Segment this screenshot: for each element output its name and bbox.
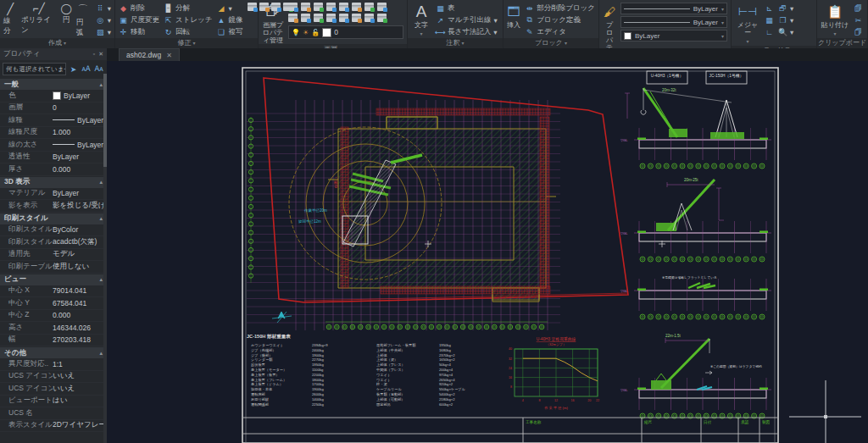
property-row[interactable]: 印刷スタイル ..acadctb(欠落) — [0, 236, 107, 249]
property-row[interactable]: ビューポートに..はい — [0, 396, 107, 408]
property-row[interactable]: 影を表示影を投じる/受ける — [0, 200, 107, 213]
find-tool[interactable]: 🔍▾ — [778, 26, 793, 37]
property-row[interactable]: 適用先モデル — [0, 249, 107, 262]
property-row[interactable]: 線種ByLayer — [0, 114, 107, 127]
quick-select-icon[interactable]: 🗚 — [81, 64, 92, 75]
property-value[interactable]: 79014.041 — [53, 286, 107, 295]
group-tool[interactable]: ❐▾ — [778, 14, 793, 25]
hatch-tool[interactable]: ▨▾ — [96, 26, 111, 37]
paste-button[interactable]: 📋 貼り付け▾ — [821, 3, 849, 38]
selection-dropdown[interactable]: 何も選択されていませ... — [3, 63, 66, 75]
palette-section-header[interactable]: その他▴ — [0, 346, 107, 358]
copy-tool[interactable]: ❏複写 — [217, 26, 243, 37]
property-row[interactable]: 厚さ0.000 — [0, 163, 107, 176]
multileader-tool[interactable]: ↗マルチ引出線 ▾ — [436, 14, 498, 25]
property-value[interactable]: ByLayer — [53, 141, 107, 149]
property-value[interactable]: 146344.026 — [53, 324, 107, 332]
table-tool[interactable]: ▦表 — [436, 3, 498, 14]
copy-clip-tool[interactable]: 🗐 — [854, 3, 863, 14]
modify-grid-icon[interactable] — [259, 3, 269, 11]
panel-label-annotate[interactable]: 注釈 ▾ — [408, 38, 503, 48]
scale-tool[interactable]: ▣尺度変更 — [119, 14, 159, 25]
palette-section-header[interactable]: ビュー▴ — [0, 274, 107, 285]
tab-close-icon[interactable]: ✕ — [166, 52, 172, 59]
property-value[interactable]: 影を投じる/受ける — [53, 201, 107, 211]
layer-state-icon[interactable] — [364, 3, 374, 11]
palette-section-header[interactable]: 印刷スタイル▴ — [0, 213, 107, 224]
lineweight-dropdown[interactable]: ByLayer▾ — [620, 3, 727, 14]
property-row[interactable]: 異尺度対応..1:1 — [0, 358, 107, 371]
mirror-tool[interactable]: ▲鏡像 — [217, 14, 243, 25]
panel-label-modify[interactable]: 修正 ▾ — [115, 38, 258, 48]
document-tab[interactable]: ash02.dwg ✕ — [119, 48, 180, 61]
polyline-tool[interactable]: ⌐╱ポリライン — [21, 3, 56, 36]
angle-tool[interactable]: ∟ — [765, 26, 774, 37]
insert-button[interactable]: 🗔 挿入 — [507, 3, 520, 29]
property-row[interactable]: マテリアルByLayer — [0, 188, 107, 201]
property-row[interactable]: 線種尺度1.000 — [0, 127, 107, 140]
property-value[interactable]: ByColor — [53, 225, 107, 234]
property-value[interactable]: はい — [53, 396, 107, 406]
arc-tool[interactable]: ⌒円弧 — [76, 3, 90, 38]
property-row[interactable]: UCS 名 — [0, 407, 107, 420]
select-objects-icon[interactable]: ➤ — [68, 64, 79, 75]
property-value[interactable]: 1:1 — [53, 360, 107, 368]
fillet-tool[interactable]: ◢▾ — [217, 3, 243, 14]
measure-button[interactable]: ⊢⊣ メジャー▾ — [735, 3, 760, 46]
property-row[interactable]: 透過性ByLayer — [0, 152, 107, 164]
layer-state-icon[interactable] — [377, 3, 387, 11]
property-value[interactable]: 67584.041 — [53, 299, 107, 307]
stretch-tool[interactable]: ⇱ストレッチ — [164, 14, 213, 25]
property-value[interactable]: モデル — [53, 249, 107, 259]
layer-state-icon[interactable] — [339, 14, 348, 22]
property-row[interactable]: 中心 X79014.041 — [0, 285, 107, 298]
modify-grid-icon[interactable] — [271, 3, 281, 11]
layer-state-icon[interactable] — [288, 3, 298, 11]
property-value[interactable]: acadctb(欠落) — [53, 237, 107, 247]
circle-tool[interactable]: ◯円 — [60, 3, 71, 25]
property-row[interactable]: 印刷スタイルByColor — [0, 224, 107, 237]
move-tool[interactable]: ✛移動 — [119, 26, 159, 37]
layer-dropdown[interactable]: 💡 ☀ 🔓 0 — [288, 25, 403, 39]
layer-state-icon[interactable] — [364, 14, 374, 22]
layer-state-icon[interactable] — [352, 14, 361, 22]
property-value[interactable]: いいえ — [53, 371, 107, 381]
layer-state-icon[interactable] — [326, 14, 336, 22]
layer-state-icon[interactable] — [288, 14, 298, 22]
property-row[interactable]: 色ByLayer — [0, 90, 107, 102]
rectangle-array-tool[interactable]: ⠿▾ — [96, 3, 111, 14]
text-button[interactable]: A 文字▾ — [411, 3, 431, 38]
erase-tool[interactable]: ◆削除 — [119, 3, 159, 14]
linetype-dropdown[interactable]: ByLayer▾ — [620, 16, 727, 28]
property-value[interactable]: ByLayer — [53, 116, 107, 125]
property-value[interactable]: 0.000 — [53, 311, 107, 319]
property-row[interactable]: 線の太さByLayer — [0, 139, 107, 152]
property-row[interactable]: 印刷テーブル..使用しない — [0, 261, 107, 274]
block-define-tool[interactable]: ⧉ブロック定義 — [525, 14, 595, 25]
property-value[interactable]: 0 — [53, 103, 107, 112]
drawing-canvas[interactable]: 仮囲い 作業半径20m 旋回半径12m U-40H3（1号機） — [107, 61, 868, 443]
property-row[interactable]: UCS アイコン..いいえ — [0, 383, 107, 396]
quickselect-tool[interactable]: 🗗▾ — [778, 3, 793, 14]
palette-section-header[interactable]: 3D 表示▴ — [0, 176, 107, 188]
property-value[interactable]: ByLayer — [53, 152, 107, 161]
property-row[interactable]: 幅270203.418 — [0, 335, 107, 347]
layer-state-icon[interactable] — [314, 14, 323, 22]
property-value[interactable]: いいえ — [53, 384, 107, 394]
layer-state-icon[interactable] — [301, 3, 310, 11]
cut-clip-tool[interactable]: ✂ — [854, 14, 863, 25]
palette-section-header[interactable]: 一般▴ — [0, 78, 107, 90]
property-row[interactable]: 表示スタイル2Dワイヤフレーム — [0, 420, 107, 433]
explode-tool[interactable]: 🁢分解 — [164, 3, 213, 14]
line-tool[interactable]: ╱線分 — [3, 3, 17, 36]
layer-state-icon[interactable] — [339, 3, 348, 11]
rotate-tool[interactable]: ↻回転 — [164, 26, 213, 37]
property-value[interactable]: 0.000 — [53, 165, 107, 174]
layer-state-icon[interactable] — [326, 3, 336, 11]
donut-tool[interactable]: ◎▾ — [96, 14, 111, 25]
property-value[interactable]: 1.000 — [53, 128, 107, 136]
panel-label-clipboard[interactable]: クリップボード — [817, 38, 867, 48]
property-value[interactable]: 2Dワイヤフレーム — [53, 420, 107, 430]
property-value[interactable]: ByLayer — [53, 189, 107, 197]
property-row[interactable]: 高さ146344.026 — [0, 322, 107, 335]
